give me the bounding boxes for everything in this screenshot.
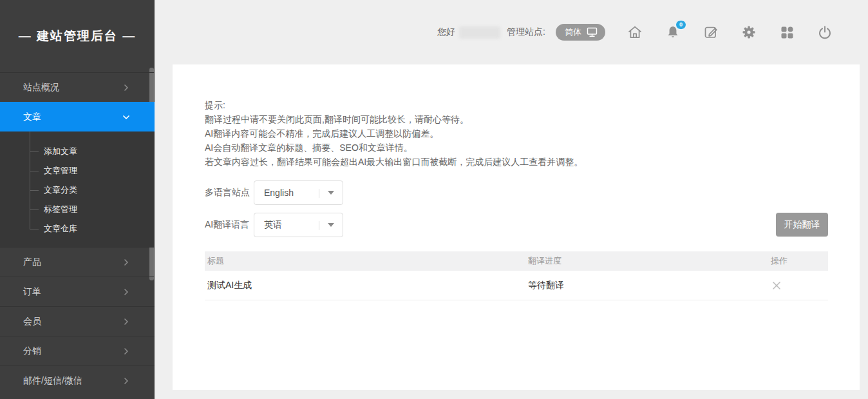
edit-icon xyxy=(703,24,719,40)
column-header-progress: 翻译进度 xyxy=(528,255,771,267)
sidebar-subitem-add-article[interactable]: 添加文章 xyxy=(0,142,155,161)
tip-line: AI会自动翻译文章的标题、摘要、SEO和文章详情。 xyxy=(205,141,583,155)
translation-tips: 提示: 翻译过程中请不要关闭此页面,翻译时间可能比较长，请耐心等待。 AI翻译内… xyxy=(205,98,583,169)
tip-line: 翻译过程中请不要关闭此页面,翻译时间可能比较长，请耐心等待。 xyxy=(205,112,583,126)
tip-line: 若文章内容过长，翻译结果可能会超出AI最大输出窗口而被截断，完成后建议人工查看并… xyxy=(205,155,583,169)
table-header-row: 标题 翻译进度 操作 xyxy=(205,251,828,271)
site-select-label: 多语言站点 xyxy=(205,187,254,199)
caret-zone xyxy=(319,181,343,204)
site-select-row: 多语言站点 English xyxy=(205,180,343,205)
sidebar-item-label: 会员 xyxy=(23,316,41,327)
table-row: 测试AI生成 等待翻译 xyxy=(205,271,828,300)
caret-down-icon xyxy=(328,191,334,195)
sidebar: — 建站管理后台 — 站点概况 文章 添加文章 文章管理 文章分类 标签管理 文… xyxy=(0,0,155,399)
sidebar-subitem-article-category[interactable]: 文章分类 xyxy=(0,180,155,200)
chevron-right-icon xyxy=(121,376,131,386)
chevron-right-icon xyxy=(121,316,131,327)
user-name-redacted xyxy=(459,26,500,39)
sidebar-item-mail-sms-wechat[interactable]: 邮件/短信/微信 xyxy=(0,365,155,395)
sidebar-item-products[interactable]: 产品 xyxy=(0,247,155,277)
sidebar-item-label: 产品 xyxy=(23,257,41,268)
manage-site-label: 管理站点: xyxy=(507,26,545,38)
sidebar-item-label: 邮件/短信/微信 xyxy=(23,375,82,387)
caret-down-icon xyxy=(328,223,334,227)
remove-row-button[interactable] xyxy=(771,280,782,291)
sidebar-item-label: 分销 xyxy=(23,345,41,357)
sidebar-item-site-overview[interactable]: 站点概况 xyxy=(0,72,155,102)
monitor-icon xyxy=(587,27,598,37)
home-button[interactable] xyxy=(627,23,643,42)
sidebar-subitem-tag-manage[interactable]: 标签管理 xyxy=(0,200,155,219)
chevron-down-icon xyxy=(121,112,131,122)
home-icon xyxy=(627,24,643,40)
sidebar-item-members[interactable]: 会员 xyxy=(0,306,155,336)
row-progress: 等待翻译 xyxy=(528,280,771,291)
app-logo: — 建站管理后台 — xyxy=(0,0,155,72)
chevron-right-icon xyxy=(121,346,131,356)
sidebar-item-distribution[interactable]: 分销 xyxy=(0,336,155,365)
ai-translate-language-select[interactable]: 英语 xyxy=(254,213,343,237)
apps-button[interactable] xyxy=(778,23,795,42)
power-icon xyxy=(817,24,833,40)
chevron-right-icon xyxy=(121,287,131,297)
lang-select-label: AI翻译语言 xyxy=(205,219,254,231)
top-header: 您好 管理站点: 简体 0 xyxy=(155,0,868,64)
site-select-value: English xyxy=(264,188,294,198)
logout-button[interactable] xyxy=(816,23,833,42)
main-panel: 提示: 翻译过程中请不要关闭此页面,翻译时间可能比较长，请耐心等待。 AI翻译内… xyxy=(173,64,860,390)
edit-button[interactable] xyxy=(703,23,719,42)
settings-button[interactable] xyxy=(741,23,757,42)
sidebar-item-label: 文章 xyxy=(23,112,41,123)
grid-icon xyxy=(779,24,795,40)
tip-line: AI翻译内容可能会不精准，完成后建议人工调整以防偏差。 xyxy=(205,126,583,141)
sidebar-item-articles[interactable]: 文章 xyxy=(0,102,155,131)
chevron-right-icon xyxy=(121,257,131,268)
tip-line: 提示: xyxy=(205,98,583,112)
sidebar-item-orders[interactable]: 订单 xyxy=(0,277,155,306)
translation-table: 标题 翻译进度 操作 测试AI生成 等待翻译 xyxy=(205,251,828,300)
multilingual-site-select[interactable]: English xyxy=(254,180,343,205)
sidebar-item-label: 订单 xyxy=(23,286,41,298)
start-translation-button[interactable]: 开始翻译 xyxy=(776,213,828,237)
articles-submenu: 添加文章 文章管理 文章分类 标签管理 文章仓库 xyxy=(0,131,155,247)
column-header-title: 标题 xyxy=(205,255,528,267)
sidebar-item-label: 站点概况 xyxy=(23,82,59,93)
lang-select-row: AI翻译语言 英语 xyxy=(205,213,343,237)
gear-icon xyxy=(741,24,757,40)
sidebar-subitem-article-library[interactable]: 文章仓库 xyxy=(0,219,155,238)
caret-zone xyxy=(319,213,343,237)
lang-select-value: 英语 xyxy=(264,219,282,231)
sidebar-subitem-article-manage[interactable]: 文章管理 xyxy=(0,161,155,180)
greeting-text: 您好 xyxy=(437,26,455,38)
column-header-action: 操作 xyxy=(771,255,828,267)
chevron-right-icon xyxy=(121,83,131,93)
notifications-button[interactable]: 0 xyxy=(665,23,681,42)
notification-count-badge: 0 xyxy=(675,20,686,30)
row-title: 测试AI生成 xyxy=(205,280,528,291)
language-badge-label: 简体 xyxy=(565,26,581,38)
close-icon xyxy=(771,280,782,291)
language-badge-button[interactable]: 简体 xyxy=(556,24,605,41)
